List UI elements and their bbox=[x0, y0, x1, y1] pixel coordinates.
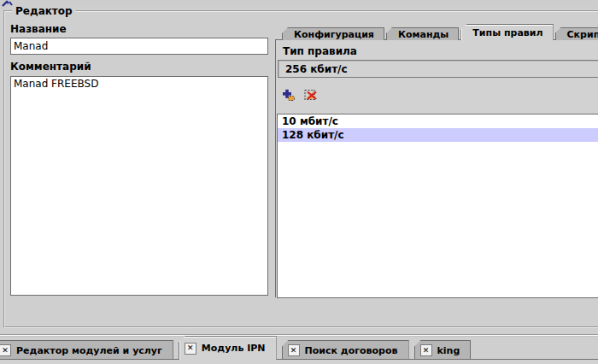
doc-tab-label: Модуль IPN bbox=[202, 343, 266, 354]
groupbox-title: Редактор bbox=[12, 5, 76, 17]
tab-rule-types[interactable]: Типы правил bbox=[460, 24, 553, 40]
delete-rule-type-button[interactable] bbox=[302, 86, 319, 103]
close-icon[interactable]: ✕ bbox=[185, 343, 196, 355]
name-label: Название bbox=[10, 23, 67, 35]
add-icon bbox=[281, 87, 296, 102]
comment-textarea[interactable]: Manad FREEBSD bbox=[10, 76, 268, 296]
document-tab-bar: ✕ Редактор модулей и услуг ✕ Модуль IPN … bbox=[0, 337, 598, 360]
doc-tab-label: Поиск договоров bbox=[305, 345, 398, 356]
name-input[interactable] bbox=[10, 38, 268, 55]
rule-types-panel: Тип правила 256 кбит/с 10 мбит/ bbox=[275, 39, 598, 297]
doc-tab-module-ipn[interactable]: ✕ Модуль IPN bbox=[179, 336, 277, 360]
rule-type-field[interactable]: 256 кбит/с bbox=[278, 60, 598, 78]
tab-commands[interactable]: Команды bbox=[386, 27, 459, 40]
doc-tab-king[interactable]: ✕ king bbox=[414, 340, 472, 360]
list-item[interactable]: 10 мбит/с bbox=[278, 114, 598, 128]
rule-type-toolbar bbox=[280, 86, 319, 103]
list-item-selected[interactable]: 128 кбит/с bbox=[278, 128, 598, 142]
add-rule-type-button[interactable] bbox=[280, 86, 296, 103]
doc-tab-contract-search[interactable]: ✕ Поиск договоров bbox=[282, 340, 409, 360]
close-icon[interactable]: ✕ bbox=[0, 344, 11, 356]
rule-type-label: Тип правила bbox=[283, 45, 357, 57]
rule-type-list[interactable]: 10 мбит/с 128 кбит/с bbox=[277, 114, 598, 298]
tab-script[interactable]: Скрипт bbox=[555, 27, 598, 40]
rule-tab-bar: Конфигурация Команды Типы правил Скрипт bbox=[282, 25, 598, 40]
close-icon[interactable]: ✕ bbox=[420, 344, 432, 356]
bottom-tab-content-edge bbox=[0, 359, 598, 364]
comment-label: Комментарий bbox=[10, 61, 91, 73]
app-window: Редактор Название Комментарий Manad FREE… bbox=[0, 0, 598, 364]
close-icon[interactable]: ✕ bbox=[288, 344, 300, 356]
delete-icon bbox=[303, 87, 318, 102]
doc-tab-label: king bbox=[437, 345, 460, 356]
doc-tab-module-editor[interactable]: ✕ Редактор модулей и услуг bbox=[0, 340, 173, 360]
tab-configuration[interactable]: Конфигурация bbox=[282, 27, 384, 40]
doc-tab-label: Редактор модулей и услуг bbox=[16, 345, 162, 356]
